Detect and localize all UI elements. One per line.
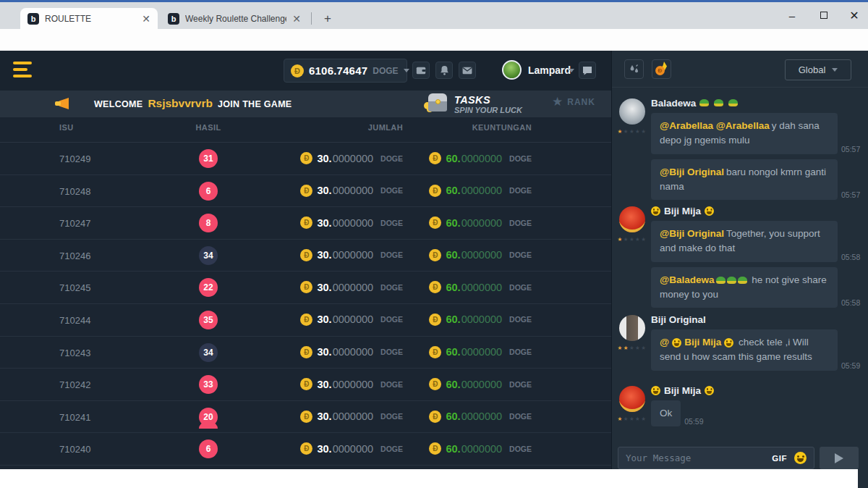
- mention[interactable]: @Arabellaa @Arabellaa: [660, 120, 770, 131]
- user-rating: ★★★★★: [616, 129, 648, 135]
- minimize-button[interactable]: –: [777, 4, 807, 26]
- doge-coin-icon: Đ: [429, 185, 441, 197]
- notifications-button[interactable]: [435, 62, 453, 79]
- table-row[interactable]: 710244 35 Đ30.0000000DOGE Đ60.0000000DOG…: [0, 304, 611, 337]
- chat-message: @Baladewa he not give share money to you…: [651, 267, 862, 308]
- laughing-emoji: [672, 338, 681, 348]
- chat-channel-select[interactable]: Global: [785, 59, 851, 80]
- user-avatar[interactable]: [619, 206, 645, 232]
- result-badge: 35: [199, 311, 218, 329]
- megaphone-icon: [55, 96, 71, 111]
- doge-coin-icon: Đ: [300, 411, 312, 423]
- doge-coin-icon: Đ: [429, 411, 441, 423]
- laughing-emoji: [705, 206, 714, 216]
- result-badge: 34: [199, 246, 218, 265]
- round-id: 710245: [59, 282, 90, 293]
- emoji-picker-icon[interactable]: [794, 452, 807, 464]
- chat-username[interactable]: Biji Original: [651, 313, 862, 326]
- maximize-button[interactable]: [809, 4, 839, 26]
- table-row[interactable]: 710248 6 Đ30.0000000DOGE Đ60.0000000DOGE: [0, 175, 611, 208]
- chevron-down-icon: [832, 68, 838, 72]
- message-bubble: @Biji Mija check tele ,i Will send u how…: [651, 329, 838, 371]
- chat-message-group: ★★★★★ Baladewa @Arabellaa @Arabellaay da…: [612, 96, 868, 205]
- rain-button[interactable]: [624, 59, 644, 79]
- tab-title: Weekly Roulette Challenge - Win: [185, 14, 286, 24]
- coindrop-button[interactable]: Đ: [652, 59, 671, 79]
- balance-selector[interactable]: Đ 6106.74647 DOGE: [284, 59, 407, 83]
- round-id: 710241: [59, 412, 90, 423]
- timestamp: 05:58: [841, 298, 860, 308]
- column-header-hasil: HASIL: [196, 123, 221, 132]
- mention[interactable]: @Biji Original: [660, 167, 724, 177]
- mention[interactable]: @Biji Mija: [660, 335, 733, 350]
- table-row[interactable]: 710247 8 Đ30.0000000DOGE Đ60.0000000DOGE: [0, 207, 611, 240]
- mention[interactable]: @Biji Original: [660, 228, 724, 239]
- star-icon: ★: [641, 128, 647, 135]
- star-icon: ★: [629, 128, 635, 135]
- user-avatar[interactable]: [619, 386, 645, 412]
- star-icon: ★: [624, 345, 629, 351]
- gif-button[interactable]: GIF: [772, 454, 787, 463]
- close-tab-icon[interactable]: ✕: [291, 13, 302, 25]
- chat-username[interactable]: Biji Mija: [651, 384, 862, 397]
- timestamp: 05:57: [841, 190, 860, 200]
- star-icon: ★: [629, 345, 635, 351]
- chat-message: @Biji Originalbaru nongol kmrn ganti nam…: [651, 159, 862, 201]
- profit-amount: Đ60.0000000DOGE: [429, 249, 532, 261]
- table-row[interactable]: 710241 20 Đ30.0000000DOGE Đ60.0000000DOG…: [0, 401, 611, 434]
- tab-weekly-challenge[interactable]: b Weekly Roulette Challenge - Win ✕: [161, 8, 308, 29]
- table-row[interactable]: 710245 22 Đ30.0000000DOGE Đ60.0000000DOG…: [0, 272, 611, 304]
- chat-message: @Arabellaa @Arabellaay dah sana depo jg …: [651, 113, 862, 154]
- doge-coin-icon: Đ: [429, 314, 441, 326]
- welcome-message: WELCOME Rsjsbvvrvrb JOIN THE GAME: [94, 97, 292, 110]
- rank-button[interactable]: ★ RANK: [552, 96, 595, 108]
- tab-strip: b ROULETTE ✕ b Weekly Roulette Challenge…: [0, 2, 868, 29]
- join-label: JOIN THE GAME: [218, 99, 292, 109]
- table-row[interactable]: 710242 33 Đ30.0000000DOGE Đ60.0000000DOG…: [0, 369, 611, 401]
- new-tab-button[interactable]: +: [318, 9, 337, 28]
- doge-coin-icon: Đ: [300, 216, 312, 229]
- user-rating: ★★★★★: [616, 237, 648, 243]
- send-button[interactable]: [820, 447, 859, 469]
- tab-divider: [311, 12, 312, 25]
- chevron-down-icon[interactable]: [569, 69, 574, 72]
- user-avatar[interactable]: [619, 315, 645, 341]
- chat-username[interactable]: Biji Mija: [651, 204, 862, 217]
- wallet-icon: [416, 66, 426, 75]
- user-avatar[interactable]: [619, 98, 645, 125]
- star-icon: ★: [617, 416, 623, 422]
- close-window-button[interactable]: ✕: [839, 4, 868, 26]
- profit-amount: Đ60.0000000DOGE: [429, 442, 532, 455]
- doge-coin-icon: Đ: [429, 281, 441, 293]
- star-icon: ★: [617, 236, 623, 243]
- bet-amount: Đ30.0000000DOGE: [300, 442, 403, 455]
- chat-message-group: ★★★★★ Biji Mija Ok 05:59: [612, 384, 868, 432]
- table-row[interactable]: 710240 6 Đ30.0000000DOGE Đ60.0000000DOGE: [0, 433, 611, 466]
- user-rating: ★★★★★: [616, 345, 648, 351]
- messages-button[interactable]: [459, 62, 476, 79]
- star-icon: ★: [624, 416, 629, 422]
- doge-coin-icon: Đ: [429, 249, 441, 261]
- star-icon: ★: [641, 236, 647, 243]
- chat-username[interactable]: Baladewa: [651, 96, 862, 109]
- close-tab-icon[interactable]: ✕: [140, 13, 152, 25]
- hamburger-menu-icon[interactable]: [13, 62, 32, 77]
- result-badge: 8: [199, 214, 218, 232]
- chat-toggle-button[interactable]: [579, 62, 596, 79]
- wallet-button[interactable]: [412, 62, 430, 79]
- message-input[interactable]: Your Message GIF: [618, 447, 814, 469]
- round-id: 710242: [59, 379, 90, 390]
- table-row[interactable]: 710246 34 Đ30.0000000DOGE Đ60.0000000DOG…: [0, 240, 611, 272]
- tasks-button[interactable]: TASKS: [454, 94, 490, 106]
- timestamp: 05:58: [841, 253, 860, 262]
- table-row[interactable]: 710243 34 Đ30.0000000DOGE Đ60.0000000DOG…: [0, 337, 611, 369]
- table-row[interactable]: 710249 31 Đ30.0000000DOGE Đ60.0000000DOG…: [0, 143, 611, 175]
- partial-result-badge: [199, 422, 218, 429]
- username: Lampard: [528, 64, 571, 76]
- star-icon: ★: [624, 128, 629, 135]
- browser-toolbar: ← → bc.game/roulette ☆: [0, 29, 868, 51]
- mention[interactable]: @Baladewa: [660, 274, 714, 285]
- user-avatar[interactable]: [502, 60, 522, 80]
- laughing-emoji: [705, 386, 714, 395]
- tab-roulette[interactable]: b ROULETTE ✕: [20, 8, 158, 29]
